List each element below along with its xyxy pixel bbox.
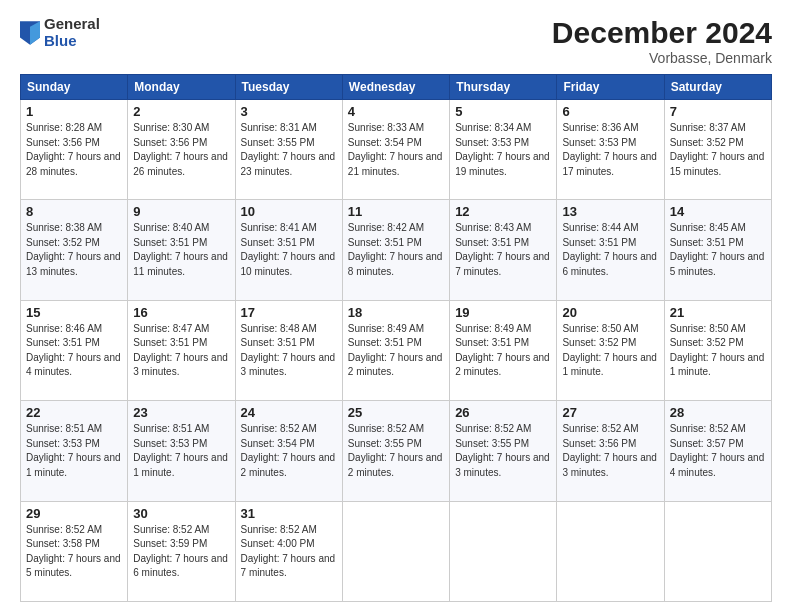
day-cell: 25Sunrise: 8:52 AMSunset: 3:55 PMDayligh…	[342, 401, 449, 501]
week-row-2: 8Sunrise: 8:38 AMSunset: 3:52 PMDaylight…	[21, 200, 772, 300]
day-info: Sunrise: 8:52 AMSunset: 3:58 PMDaylight:…	[26, 524, 121, 579]
day-info: Sunrise: 8:41 AMSunset: 3:51 PMDaylight:…	[241, 222, 336, 277]
day-number: 3	[241, 104, 337, 119]
day-number: 21	[670, 305, 766, 320]
week-row-5: 29Sunrise: 8:52 AMSunset: 3:58 PMDayligh…	[21, 501, 772, 601]
day-number: 13	[562, 204, 658, 219]
day-info: Sunrise: 8:50 AMSunset: 3:52 PMDaylight:…	[562, 323, 657, 378]
day-cell	[450, 501, 557, 601]
day-info: Sunrise: 8:51 AMSunset: 3:53 PMDaylight:…	[26, 423, 121, 478]
weekday-monday: Monday	[128, 75, 235, 100]
day-info: Sunrise: 8:42 AMSunset: 3:51 PMDaylight:…	[348, 222, 443, 277]
day-number: 2	[133, 104, 229, 119]
day-info: Sunrise: 8:28 AMSunset: 3:56 PMDaylight:…	[26, 122, 121, 177]
day-info: Sunrise: 8:30 AMSunset: 3:56 PMDaylight:…	[133, 122, 228, 177]
day-info: Sunrise: 8:43 AMSunset: 3:51 PMDaylight:…	[455, 222, 550, 277]
day-cell: 1Sunrise: 8:28 AMSunset: 3:56 PMDaylight…	[21, 100, 128, 200]
day-number: 17	[241, 305, 337, 320]
day-cell: 16Sunrise: 8:47 AMSunset: 3:51 PMDayligh…	[128, 300, 235, 400]
day-number: 4	[348, 104, 444, 119]
day-cell: 8Sunrise: 8:38 AMSunset: 3:52 PMDaylight…	[21, 200, 128, 300]
day-cell: 27Sunrise: 8:52 AMSunset: 3:56 PMDayligh…	[557, 401, 664, 501]
day-info: Sunrise: 8:48 AMSunset: 3:51 PMDaylight:…	[241, 323, 336, 378]
day-info: Sunrise: 8:37 AMSunset: 3:52 PMDaylight:…	[670, 122, 765, 177]
logo-general: General	[44, 16, 100, 33]
day-number: 22	[26, 405, 122, 420]
day-number: 25	[348, 405, 444, 420]
week-row-1: 1Sunrise: 8:28 AMSunset: 3:56 PMDaylight…	[21, 100, 772, 200]
day-cell: 21Sunrise: 8:50 AMSunset: 3:52 PMDayligh…	[664, 300, 771, 400]
day-number: 8	[26, 204, 122, 219]
day-cell: 17Sunrise: 8:48 AMSunset: 3:51 PMDayligh…	[235, 300, 342, 400]
day-cell: 20Sunrise: 8:50 AMSunset: 3:52 PMDayligh…	[557, 300, 664, 400]
day-cell: 23Sunrise: 8:51 AMSunset: 3:53 PMDayligh…	[128, 401, 235, 501]
day-info: Sunrise: 8:52 AMSunset: 3:55 PMDaylight:…	[348, 423, 443, 478]
logo: General Blue	[20, 16, 100, 49]
day-cell: 22Sunrise: 8:51 AMSunset: 3:53 PMDayligh…	[21, 401, 128, 501]
location: Vorbasse, Denmark	[552, 50, 772, 66]
day-cell	[342, 501, 449, 601]
day-number: 23	[133, 405, 229, 420]
day-cell	[557, 501, 664, 601]
day-number: 5	[455, 104, 551, 119]
day-info: Sunrise: 8:36 AMSunset: 3:53 PMDaylight:…	[562, 122, 657, 177]
day-cell: 2Sunrise: 8:30 AMSunset: 3:56 PMDaylight…	[128, 100, 235, 200]
day-number: 27	[562, 405, 658, 420]
day-cell	[664, 501, 771, 601]
logo-icon	[20, 21, 40, 45]
day-number: 30	[133, 506, 229, 521]
calendar-table: SundayMondayTuesdayWednesdayThursdayFrid…	[20, 74, 772, 602]
day-info: Sunrise: 8:49 AMSunset: 3:51 PMDaylight:…	[455, 323, 550, 378]
weekday-header-row: SundayMondayTuesdayWednesdayThursdayFrid…	[21, 75, 772, 100]
weekday-sunday: Sunday	[21, 75, 128, 100]
day-number: 12	[455, 204, 551, 219]
week-row-3: 15Sunrise: 8:46 AMSunset: 3:51 PMDayligh…	[21, 300, 772, 400]
day-info: Sunrise: 8:40 AMSunset: 3:51 PMDaylight:…	[133, 222, 228, 277]
day-cell: 19Sunrise: 8:49 AMSunset: 3:51 PMDayligh…	[450, 300, 557, 400]
day-number: 10	[241, 204, 337, 219]
day-cell: 11Sunrise: 8:42 AMSunset: 3:51 PMDayligh…	[342, 200, 449, 300]
day-cell: 29Sunrise: 8:52 AMSunset: 3:58 PMDayligh…	[21, 501, 128, 601]
day-cell: 18Sunrise: 8:49 AMSunset: 3:51 PMDayligh…	[342, 300, 449, 400]
day-info: Sunrise: 8:50 AMSunset: 3:52 PMDaylight:…	[670, 323, 765, 378]
day-cell: 31Sunrise: 8:52 AMSunset: 4:00 PMDayligh…	[235, 501, 342, 601]
day-cell: 9Sunrise: 8:40 AMSunset: 3:51 PMDaylight…	[128, 200, 235, 300]
weekday-tuesday: Tuesday	[235, 75, 342, 100]
day-number: 1	[26, 104, 122, 119]
day-info: Sunrise: 8:52 AMSunset: 3:54 PMDaylight:…	[241, 423, 336, 478]
day-cell: 30Sunrise: 8:52 AMSunset: 3:59 PMDayligh…	[128, 501, 235, 601]
day-cell: 4Sunrise: 8:33 AMSunset: 3:54 PMDaylight…	[342, 100, 449, 200]
day-number: 28	[670, 405, 766, 420]
day-cell: 10Sunrise: 8:41 AMSunset: 3:51 PMDayligh…	[235, 200, 342, 300]
day-info: Sunrise: 8:51 AMSunset: 3:53 PMDaylight:…	[133, 423, 228, 478]
weekday-friday: Friday	[557, 75, 664, 100]
day-number: 29	[26, 506, 122, 521]
day-number: 20	[562, 305, 658, 320]
day-info: Sunrise: 8:31 AMSunset: 3:55 PMDaylight:…	[241, 122, 336, 177]
day-info: Sunrise: 8:52 AMSunset: 4:00 PMDaylight:…	[241, 524, 336, 579]
day-info: Sunrise: 8:44 AMSunset: 3:51 PMDaylight:…	[562, 222, 657, 277]
day-number: 24	[241, 405, 337, 420]
day-info: Sunrise: 8:52 AMSunset: 3:59 PMDaylight:…	[133, 524, 228, 579]
day-info: Sunrise: 8:52 AMSunset: 3:55 PMDaylight:…	[455, 423, 550, 478]
day-number: 7	[670, 104, 766, 119]
day-number: 16	[133, 305, 229, 320]
day-info: Sunrise: 8:38 AMSunset: 3:52 PMDaylight:…	[26, 222, 121, 277]
page: General Blue December 2024 Vorbasse, Den…	[0, 0, 792, 612]
day-info: Sunrise: 8:49 AMSunset: 3:51 PMDaylight:…	[348, 323, 443, 378]
day-number: 14	[670, 204, 766, 219]
day-info: Sunrise: 8:52 AMSunset: 3:56 PMDaylight:…	[562, 423, 657, 478]
day-cell: 7Sunrise: 8:37 AMSunset: 3:52 PMDaylight…	[664, 100, 771, 200]
day-info: Sunrise: 8:34 AMSunset: 3:53 PMDaylight:…	[455, 122, 550, 177]
logo-blue: Blue	[44, 33, 100, 50]
day-cell: 24Sunrise: 8:52 AMSunset: 3:54 PMDayligh…	[235, 401, 342, 501]
day-number: 9	[133, 204, 229, 219]
weekday-thursday: Thursday	[450, 75, 557, 100]
weekday-saturday: Saturday	[664, 75, 771, 100]
day-cell: 5Sunrise: 8:34 AMSunset: 3:53 PMDaylight…	[450, 100, 557, 200]
day-cell: 12Sunrise: 8:43 AMSunset: 3:51 PMDayligh…	[450, 200, 557, 300]
day-number: 6	[562, 104, 658, 119]
day-number: 26	[455, 405, 551, 420]
day-number: 11	[348, 204, 444, 219]
day-cell: 26Sunrise: 8:52 AMSunset: 3:55 PMDayligh…	[450, 401, 557, 501]
